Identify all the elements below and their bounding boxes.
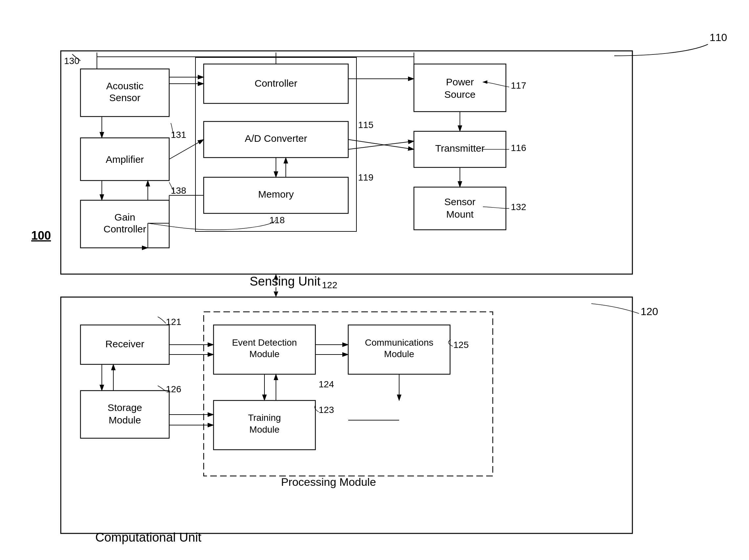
ref-115: 115 [358, 120, 373, 130]
ref-119: 119 [358, 172, 373, 182]
transmitter-label: Transmitter [435, 143, 485, 154]
ref-125: 125 [453, 340, 469, 350]
training-module-label1: Training [248, 412, 281, 423]
ref-121: 121 [166, 317, 181, 327]
memory-label: Memory [258, 189, 294, 200]
diagram-container: 100 110 Sensing Unit 130 Acoustic Sensor… [0, 0, 749, 560]
ref-118: 118 [270, 215, 285, 225]
ref-130: 130 [64, 56, 80, 66]
controller-label: Controller [255, 78, 297, 89]
power-source-label2: Source [444, 89, 475, 100]
sensing-unit-label: Sensing Unit [250, 274, 321, 288]
ref-118-curve [148, 219, 276, 230]
storage-module-label2: Module [109, 415, 141, 425]
comp-unit-label: Computational Unit [95, 531, 202, 544]
ref-110-arrow [614, 44, 708, 56]
ref-126: 126 [166, 384, 181, 394]
storage-module-label1: Storage [107, 402, 142, 413]
power-source-label1: Power [446, 76, 474, 87]
gain-controller-label2: Controller [104, 224, 146, 234]
ref-131: 131 [171, 130, 186, 140]
ref-117-line [483, 82, 509, 87]
acoustic-sensor-label2: Sensor [109, 92, 140, 103]
processing-module-label: Processing Module [281, 476, 376, 488]
computational-unit-box [61, 297, 633, 533]
ref-123: 123 [319, 405, 334, 415]
ref-132: 132 [511, 202, 526, 212]
ref-120: 120 [641, 306, 658, 317]
ad-converter-label: A/D Converter [245, 133, 307, 144]
sensor-mount-box [414, 187, 506, 230]
ref-122: 122 [322, 280, 337, 290]
event-detection-label1: Event Detection [232, 337, 297, 348]
ref-124: 124 [319, 379, 334, 389]
main-ref-label: 100 [31, 229, 51, 242]
ref-121-curve [158, 317, 166, 323]
receiver-label: Receiver [105, 338, 144, 349]
amplifier-label: Amplifier [106, 154, 144, 165]
ref-117: 117 [511, 81, 526, 91]
sensor-mount-label2: Mount [446, 209, 474, 220]
arrow-amp-to-ad [169, 139, 204, 159]
comm-module-label1: Communications [365, 337, 434, 348]
ref-116: 116 [511, 143, 526, 153]
ref-120-curve [591, 304, 639, 313]
comm-module-label2: Module [384, 349, 414, 359]
ref-110: 110 [710, 31, 727, 43]
power-source-box [414, 64, 506, 112]
ref-132-line [483, 207, 509, 208]
sensing-unit-box [61, 51, 633, 274]
training-module-label2: Module [249, 424, 280, 434]
sensor-mount-label1: Sensor [444, 196, 475, 207]
dashed-arrow [274, 291, 278, 297]
acoustic-sensor-label1: Acoustic [106, 81, 143, 91]
gain-controller-label1: Gain [114, 212, 135, 223]
ref-125-curve [448, 340, 453, 346]
event-detection-label2: Module [249, 349, 280, 359]
